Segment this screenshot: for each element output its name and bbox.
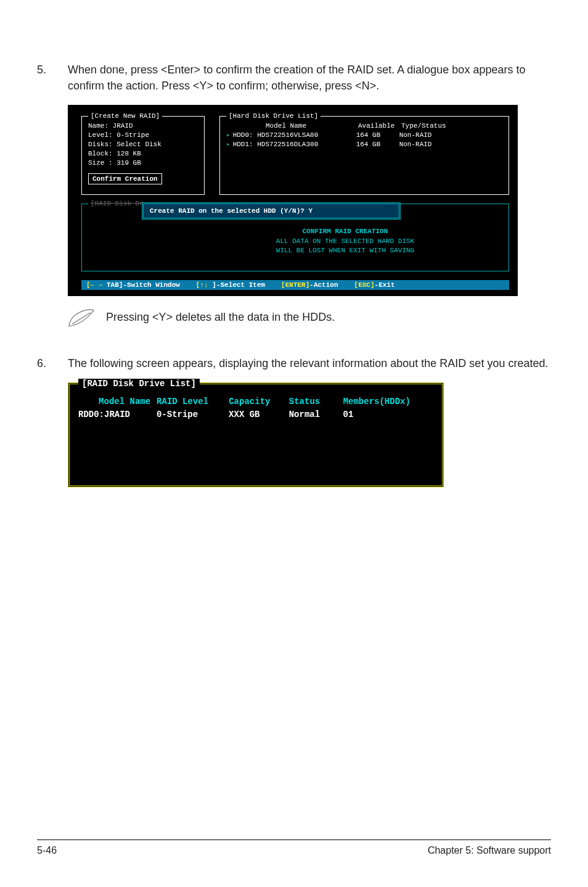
raid-list-row[interactable]: RDD0:JRAID 0-Stripe XXX GB Normal 01 <box>78 408 433 421</box>
head-status: Status <box>289 395 343 408</box>
row-cap: XXX GB <box>229 408 289 421</box>
step-6-number: 6. <box>37 355 68 371</box>
step-6-text: The following screen appears, displaying… <box>68 355 551 371</box>
hdd1-name: HDD1: HDS722516DLA380 <box>233 140 356 149</box>
page-footer: 5-46 Chapter 5: Software support <box>37 840 551 856</box>
row-status: Normal <box>289 408 343 421</box>
footer-enter: [ENTER]-Action <box>281 281 338 289</box>
step-5-number: 5. <box>37 62 68 94</box>
row-level: 0-Stripe <box>157 408 229 421</box>
hdd-list-panel: [Hard Disk Drive List] Model Name Availa… <box>219 116 509 195</box>
warn-title: CONFIRM RAID CREATION <box>240 227 450 236</box>
lower-panel-title: [RAID Disk Dr <box>88 200 146 207</box>
raid-size-line: Size : 319 GB <box>88 159 198 168</box>
raid-list-header: Model Name RAID Level Capacity Status Me… <box>78 395 433 408</box>
hdd0-name: HDD0: HDS722516VLSA80 <box>233 131 356 140</box>
head-level: RAID Level <box>157 395 229 408</box>
hdd-header-row: Model Name Available Type/Status <box>226 122 502 131</box>
raid-list-table: Model Name RAID Level Capacity Status Me… <box>78 395 433 421</box>
step-5-text: When done, press <Enter> to confirm the … <box>68 62 551 94</box>
bios-footer-bar: [← → TAB]-Switch Window [↑↓ ]-Select Ite… <box>81 280 509 290</box>
hdd-head-avail: Available <box>358 122 401 131</box>
row-model: RDD0:JRAID <box>78 408 157 421</box>
create-new-raid-panel: [Create New RAID] Name: JRAID Level: 0-S… <box>81 116 205 195</box>
hdd-panel-title: [Hard Disk Drive List] <box>229 112 318 120</box>
triangle-icon: ▸ <box>226 131 231 140</box>
note-text: Pressing <Y> deletes all the data in the… <box>106 311 335 324</box>
warn-line-1: ALL DATA ON THE SELECTED HARD DISK <box>240 237 450 246</box>
hdd1-type: Non-RAID <box>399 140 461 149</box>
footer-select: [↑↓ ]-Select Item <box>196 281 265 289</box>
hdd0-type: Non-RAID <box>399 131 461 140</box>
pencil-note-icon <box>68 308 95 331</box>
hdd-row-0[interactable]: ▸ HDD0: HDS722516VLSA80 164 GB Non-RAID <box>226 131 502 140</box>
page-number: 5-46 <box>37 845 57 856</box>
head-members: Members(HDDx) <box>343 395 433 408</box>
prompt-answer: Y <box>308 207 312 215</box>
confirm-prompt-dialog[interactable]: Create RAID on the selected HDD (Y/N)? Y <box>142 202 401 220</box>
confirm-creation-button[interactable]: Confirm Creation <box>88 173 162 184</box>
hdd0-avail: 164 GB <box>356 131 399 140</box>
head-model: Model Name <box>78 395 157 408</box>
step-6: 6. The following screen appears, display… <box>37 355 551 371</box>
bios-screenshot-1: [Create New RAID] Name: JRAID Level: 0-S… <box>68 105 518 296</box>
raid-disks-line: Disks: Select Disk <box>88 140 198 149</box>
hdd1-avail: 164 GB <box>356 140 399 149</box>
row-members: 01 <box>343 408 433 421</box>
hdd-head-type: Type/Status <box>401 122 463 131</box>
prompt-question: Create RAID on the selected HDD (Y/N)? <box>150 207 304 215</box>
footer-tab: [← → TAB]-Switch Window <box>86 281 180 289</box>
step-5: 5. When done, press <Enter> to confirm t… <box>37 62 551 94</box>
hdd-head-model: Model Name <box>235 122 358 131</box>
warn-line-2: WILL BE LOST WHEN EXIT WITH SAVING <box>240 246 450 255</box>
page: 5. When done, press <Enter> to confirm t… <box>0 0 588 887</box>
hdd-row-1[interactable]: ▸ HDD1: HDS722516DLA380 164 GB Non-RAID <box>226 140 502 149</box>
triangle-icon: ▸ <box>226 140 231 149</box>
bios-screenshot-2: [RAID Disk Drive List] Model Name RAID L… <box>68 382 444 487</box>
raid-name-line: Name: JRAID <box>88 122 198 131</box>
warning-block: CONFIRM RAID CREATION ALL DATA ON THE SE… <box>240 227 450 255</box>
create-raid-title: [Create New RAID] <box>91 112 160 120</box>
raid-list-title: [RAID Disk Drive List] <box>82 379 196 389</box>
raid-block-line: Block: 128 KB <box>88 149 198 159</box>
head-cap: Capacity <box>229 395 289 408</box>
chapter-label: Chapter 5: Software support <box>428 845 551 856</box>
footer-esc: [ESC]-Exit <box>354 281 395 289</box>
raid-level-line: Level: 0-Stripe <box>88 131 198 140</box>
note-row: Pressing <Y> deletes all the data in the… <box>68 308 551 331</box>
